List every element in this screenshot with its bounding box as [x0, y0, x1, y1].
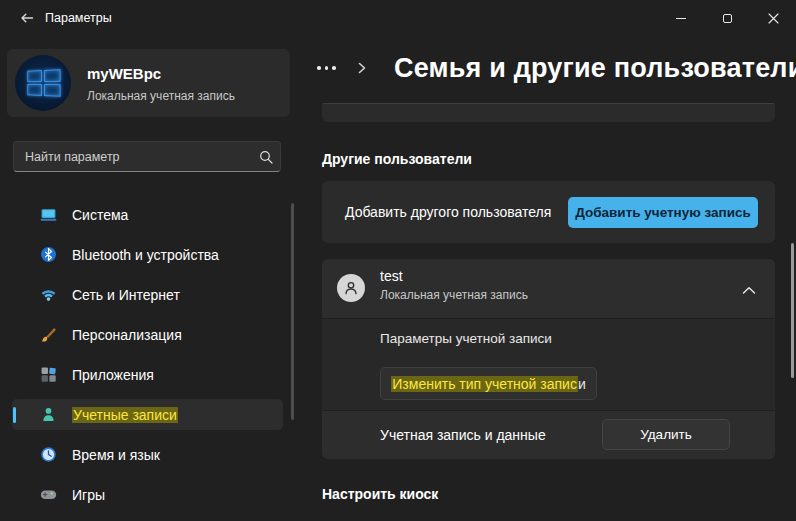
delete-row-label: Учетная запись и данные: [380, 410, 546, 459]
sidebar-item-label: Приложения: [72, 367, 154, 383]
sidebar-item-label: Система: [72, 207, 128, 223]
main-scrollbar[interactable]: [791, 243, 794, 378]
profile-name: myWEBpc: [87, 65, 161, 82]
close-icon: [768, 13, 779, 24]
bluetooth-icon: [40, 246, 57, 263]
titlebar: Параметры: [0, 0, 796, 36]
network-icon: [40, 286, 57, 303]
sidebar-item-accounts[interactable]: Учетные записи: [12, 399, 283, 430]
back-arrow-icon: [19, 10, 35, 26]
accounts-icon: [40, 406, 57, 423]
maximize-button[interactable]: [704, 0, 750, 36]
delete-button[interactable]: Удалить: [602, 419, 730, 450]
windows-logo-icon: [27, 69, 60, 97]
search-box: [13, 141, 281, 172]
page-title: Семья и другие пользователи: [394, 53, 796, 84]
user-avatar: [337, 274, 365, 302]
sidebar-item-bluetooth[interactable]: Bluetooth и устройства: [12, 239, 283, 270]
sidebar-nav: Система Bluetooth и устройства Сеть и Ин…: [12, 199, 283, 519]
change-account-type-button[interactable]: Изменить тип учетной записи: [380, 367, 597, 400]
close-button[interactable]: [750, 0, 796, 36]
chevron-right-icon: [356, 61, 368, 79]
search-icon[interactable]: [252, 150, 280, 164]
sidebar-item-label: Время и язык: [72, 447, 160, 463]
sidebar-item-gaming[interactable]: Игры: [12, 479, 283, 510]
maximize-icon: [723, 14, 732, 23]
account-options-label: Параметры учетной записи: [380, 331, 552, 346]
highlighted-text: Учетные записи: [72, 407, 178, 423]
system-icon: [40, 206, 57, 223]
sidebar-item-label: Сеть и Интернет: [72, 287, 180, 303]
profile-subtitle: Локальная учетная запись: [87, 89, 235, 103]
search-input[interactable]: [14, 150, 252, 164]
apps-icon: [40, 366, 57, 383]
sidebar-item-network[interactable]: Сеть и Интернет: [12, 279, 283, 310]
section-title-other-users: Другие пользователи: [322, 151, 472, 167]
sidebar-item-system[interactable]: Система: [12, 199, 283, 230]
profile-avatar: [15, 55, 71, 111]
sidebar-item-label: Bluetooth и устройства: [72, 247, 219, 263]
time-icon: [40, 446, 57, 463]
add-account-button[interactable]: Добавить учетную запись: [568, 197, 758, 228]
highlighted-text: Изменить тип учетной запис: [391, 376, 578, 392]
sidebar-item-label: Персонализация: [72, 327, 182, 343]
sidebar-item-apps[interactable]: Приложения: [12, 359, 283, 390]
add-user-label: Добавить другого пользователя: [345, 181, 551, 243]
partial-settings-card[interactable]: [322, 103, 775, 122]
sidebar-item-label: Учетные записи: [72, 407, 178, 423]
user-subtitle: Локальная учетная запись: [380, 288, 528, 302]
minimize-button[interactable]: [658, 0, 704, 36]
button-label-tail: и: [578, 376, 586, 392]
settings-window: Параметры myWEBpc Локальная учетная запи…: [0, 0, 796, 521]
more-breadcrumb-icon[interactable]: [317, 64, 343, 72]
personalization-icon: [40, 326, 57, 343]
window-title: Параметры: [45, 0, 112, 36]
user-name: test: [380, 268, 403, 284]
back-button[interactable]: [10, 5, 44, 31]
games-icon: [40, 486, 57, 503]
sidebar-item-personalization[interactable]: Персонализация: [12, 319, 283, 350]
chevron-up-icon[interactable]: [740, 281, 758, 299]
sidebar-scrollbar[interactable]: [291, 203, 294, 420]
sidebar-item-label: Игры: [72, 487, 105, 503]
sidebar-item-time-language[interactable]: Время и язык: [12, 439, 283, 470]
minimize-icon: [676, 18, 686, 19]
section-title-kiosk: Настроить киоск: [322, 486, 438, 502]
person-icon: [342, 279, 360, 297]
